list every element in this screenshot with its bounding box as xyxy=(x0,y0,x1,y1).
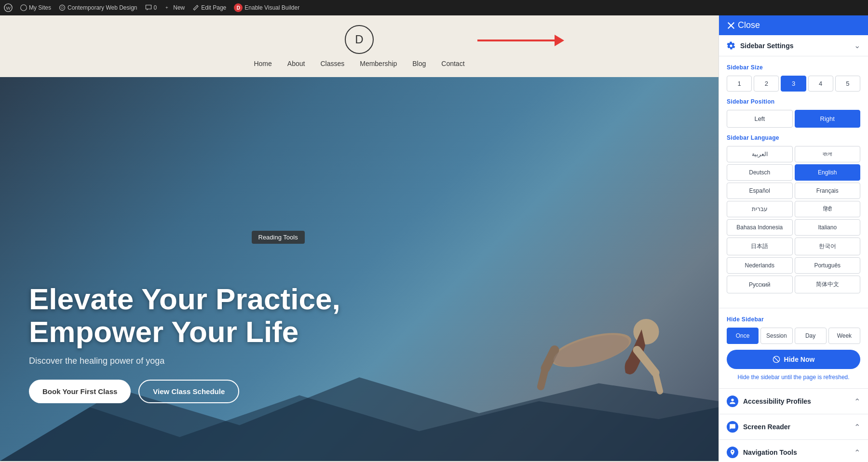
screen-reader-header[interactable]: Screen Reader ⌃ xyxy=(719,414,868,439)
nav-about[interactable]: About xyxy=(287,60,305,67)
sidebar-panel-header: Close xyxy=(719,15,868,35)
svg-line-10 xyxy=(655,373,660,391)
sidebar-size-group: 1 2 3 4 5 xyxy=(727,76,860,92)
lang-chinese[interactable]: 简体中文 xyxy=(795,276,861,293)
position-right-button[interactable]: Right xyxy=(795,110,861,128)
accessibility-profiles-header[interactable]: Accessibility Profiles ⌃ xyxy=(719,389,868,414)
nav-blog[interactable]: Blog xyxy=(412,60,426,67)
navigation-tools-header[interactable]: Navigation Tools ⌃ xyxy=(719,440,868,462)
site-nav: Home About Classes Membership Blog Conta… xyxy=(254,60,464,67)
admin-wp-logo[interactable]: W xyxy=(4,3,13,12)
admin-edit-page[interactable]: Edit Page xyxy=(192,4,226,11)
svg-text:+: + xyxy=(165,5,168,10)
sidebar-size-2[interactable]: 2 xyxy=(754,76,779,92)
lang-russian[interactable]: Русский xyxy=(727,276,793,293)
reading-tools-tooltip: Reading Tools xyxy=(252,231,305,244)
admin-comments[interactable]: 0 xyxy=(145,4,157,11)
nav-classes[interactable]: Classes xyxy=(320,60,344,67)
view-schedule-button[interactable]: View Class Schedule xyxy=(138,380,239,403)
admin-new[interactable]: + New xyxy=(164,4,185,11)
divi-badge: D xyxy=(234,3,243,12)
sidebar-settings-title: Sidebar Settings xyxy=(727,41,793,50)
hide-week-button[interactable]: Week xyxy=(828,328,860,344)
screen-reader-section: Screen Reader ⌃ xyxy=(719,414,868,440)
hide-sidebar-label: Hide Sidebar xyxy=(727,316,860,323)
lang-hindi[interactable]: हिंदी xyxy=(795,201,861,217)
sidebar-settings-chevron: ⌄ xyxy=(854,41,860,50)
sidebar-close-button[interactable]: Close xyxy=(727,20,760,30)
lang-italiano[interactable]: Italiano xyxy=(795,219,861,236)
website-content: D Home About Classes Membership Blog Con… xyxy=(0,15,719,462)
nav-home[interactable]: Home xyxy=(254,60,271,67)
svg-point-2 xyxy=(21,5,27,11)
sidebar-settings-header[interactable]: Sidebar Settings ⌄ xyxy=(719,35,868,56)
svg-text:W: W xyxy=(6,5,11,11)
svg-point-3 xyxy=(59,5,65,10)
accessibility-profiles-title: Accessibility Profiles xyxy=(727,396,811,407)
accessibility-icon xyxy=(727,396,738,407)
hide-day-button[interactable]: Day xyxy=(795,328,827,344)
sidebar-size-5[interactable]: 5 xyxy=(835,76,860,92)
position-left-button[interactable]: Left xyxy=(727,110,793,128)
accessibility-chevron: ⌃ xyxy=(854,397,860,406)
hide-now-button[interactable]: Hide Now xyxy=(727,350,860,369)
navigation-tools-title: Navigation Tools xyxy=(727,447,797,458)
lang-arabic[interactable]: العربية xyxy=(727,146,793,162)
sidebar-settings-body: Sidebar Size 1 2 3 4 5 Sidebar Position … xyxy=(719,56,868,308)
accessibility-profiles-section: Accessibility Profiles ⌃ xyxy=(719,389,868,414)
lang-bahasa[interactable]: Bahasa Indonesia xyxy=(727,219,793,236)
nav-membership[interactable]: Membership xyxy=(360,60,397,67)
main-layout: D Home About Classes Membership Blog Con… xyxy=(0,15,868,462)
lang-korean[interactable]: 한국어 xyxy=(795,238,861,255)
sidebar-position-group: Left Right xyxy=(727,110,860,128)
lang-japanese[interactable]: 日本語 xyxy=(727,238,793,255)
hero-background: Reading Tools Elevate Your Practice, Emp… xyxy=(0,77,719,461)
screen-reader-chevron: ⌃ xyxy=(854,422,860,432)
hide-once-button[interactable]: Once xyxy=(727,328,759,344)
navigation-tools-chevron: ⌃ xyxy=(854,448,860,457)
lang-deutsch[interactable]: Deutsch xyxy=(727,164,793,181)
hero-buttons: Book Your First Class View Class Schedul… xyxy=(29,380,340,403)
book-class-button[interactable]: Book Your First Class xyxy=(29,380,131,403)
sidebar-size-4[interactable]: 4 xyxy=(808,76,833,92)
admin-sitename[interactable]: Contemporary Web Design xyxy=(59,4,137,11)
sidebar-position-label: Sidebar Position xyxy=(727,98,860,105)
lang-espanol[interactable]: Español xyxy=(727,183,793,199)
sidebar-panel: Close Sidebar Settings ⌄ Sidebar Size 1 … xyxy=(719,15,868,462)
sidebar-size-3[interactable]: 3 xyxy=(781,76,806,92)
admin-mysites[interactable]: My Sites xyxy=(20,4,51,11)
nav-contact[interactable]: Contact xyxy=(441,60,464,67)
screen-reader-icon xyxy=(727,421,738,433)
svg-line-17 xyxy=(774,357,778,361)
navigation-tools-section: Navigation Tools ⌃ xyxy=(719,440,868,462)
admin-bar: W My Sites Contemporary Web Design 0 + N… xyxy=(0,0,868,15)
site-header: D Home About Classes Membership Blog Con… xyxy=(0,15,719,77)
site-logo: D xyxy=(345,25,374,54)
lang-francais[interactable]: Français xyxy=(795,183,861,199)
admin-visual-builder[interactable]: D Enable Visual Builder xyxy=(234,3,299,12)
hide-sidebar-section: Hide Sidebar Once Session Day Week Hide … xyxy=(719,308,868,389)
hero-subtitle: Discover the healing power of yoga xyxy=(29,356,340,366)
sidebar-size-label: Sidebar Size xyxy=(727,64,860,71)
hide-frequency-group: Once Session Day Week xyxy=(727,328,860,344)
hero-text: Elevate Your Practice, Empower Your Life… xyxy=(29,283,340,403)
lang-english[interactable]: English xyxy=(795,164,861,181)
lang-portuguese[interactable]: Português xyxy=(795,257,861,274)
hide-sidebar-note: Hide the sidebar until the page is refre… xyxy=(727,374,860,381)
sidebar-language-label: Sidebar Language xyxy=(727,134,860,141)
hero-title: Elevate Your Practice, Empower Your Life xyxy=(29,283,340,348)
screen-reader-title: Screen Reader xyxy=(727,421,790,433)
hide-session-button[interactable]: Session xyxy=(760,328,792,344)
hero-section: Reading Tools Elevate Your Practice, Emp… xyxy=(0,77,719,461)
lang-hebrew[interactable]: עברית xyxy=(727,201,793,217)
lang-bengali[interactable]: বাংলা xyxy=(795,146,861,162)
lang-dutch[interactable]: Nederlands xyxy=(727,257,793,274)
sidebar-size-1[interactable]: 1 xyxy=(727,76,752,92)
svg-line-12 xyxy=(541,369,545,387)
sidebar-language-grid: العربية বাংলা Deutsch English Español Fr… xyxy=(727,146,860,293)
navigation-icon xyxy=(727,447,738,458)
